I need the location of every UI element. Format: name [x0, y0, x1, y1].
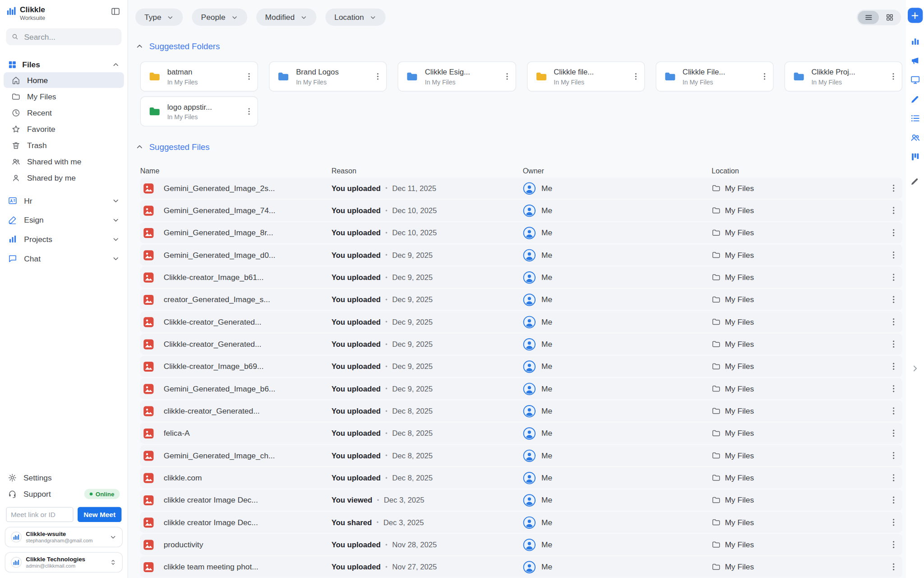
row-menu-button[interactable]: [888, 272, 899, 283]
file-row[interactable]: productivity You uploaded • Nov 28, 2025…: [140, 534, 902, 555]
row-menu-button[interactable]: [888, 205, 899, 216]
filter-chip-people[interactable]: People: [192, 9, 247, 26]
file-row[interactable]: Clikkle-creator_Generated... You uploade…: [140, 311, 902, 332]
meet-link-input[interactable]: [6, 507, 73, 522]
row-menu-button[interactable]: [888, 228, 899, 238]
megaphone-icon[interactable]: [910, 56, 920, 66]
folder-card-clikkle-proj[interactable]: Clikkle Proj... In My Files: [784, 61, 902, 92]
row-menu-button[interactable]: [888, 450, 899, 461]
folder-card-clikkle-file[interactable]: Clikkle file... In My Files: [527, 61, 645, 92]
chart-icon[interactable]: [910, 36, 920, 47]
row-menu-button[interactable]: [888, 473, 899, 483]
monitor-icon[interactable]: [910, 75, 920, 85]
file-row[interactable]: Gemini_Generated_Image_2s... You uploade…: [140, 177, 902, 199]
folder-card-clikkle-file[interactable]: Clikkle File... In My Files: [656, 61, 774, 92]
grid-view-button[interactable]: [879, 11, 900, 24]
file-row[interactable]: creator_Generated_Image_s... You uploade…: [140, 289, 902, 310]
chevron-up-icon[interactable]: [112, 61, 120, 68]
file-row[interactable]: Clikkle-creator_Image_b69... You uploade…: [140, 356, 902, 377]
image-file-icon: [143, 338, 155, 350]
sidebar-item-support[interactable]: Support Online: [0, 486, 128, 502]
sidebar-item-shared-with-me[interactable]: Shared with me: [4, 154, 124, 169]
row-menu-button[interactable]: [888, 250, 899, 260]
search-box[interactable]: [6, 28, 121, 45]
folder-card-logo-appstir[interactable]: logo appstir... In My Files: [140, 96, 259, 126]
file-date: Dec 8, 2025: [392, 407, 433, 415]
sidebar-item-my-files[interactable]: My Files: [4, 89, 124, 104]
file-name: clikkle team meeting phot...: [164, 562, 263, 571]
account-card-org[interactable]: Clikkle Technologies admin@clikkmail.com: [5, 552, 123, 573]
sidebar-item-home[interactable]: Home: [4, 72, 124, 88]
new-meet-button[interactable]: New Meet: [78, 507, 121, 522]
folder-menu-button[interactable]: [373, 72, 383, 81]
folder-menu-button[interactable]: [245, 72, 254, 81]
files-section-header[interactable]: Files: [0, 57, 128, 72]
list-view-button[interactable]: [858, 11, 879, 24]
file-row[interactable]: clikkle team meeting phot... You uploade…: [140, 556, 902, 578]
file-row[interactable]: Clikkle-creator_Image_b61... You uploade…: [140, 267, 902, 288]
files-nav: Home My Files Recent Favorite Trash Shar…: [0, 72, 128, 186]
file-row[interactable]: Gemini_Generated_Image_d0... You uploade…: [140, 244, 902, 266]
file-row[interactable]: felica-A You uploaded • Dec 8, 2025 Me M…: [140, 423, 902, 444]
row-menu-button[interactable]: [888, 317, 899, 327]
sidebar-toggle-icon[interactable]: [111, 7, 120, 16]
row-menu-button[interactable]: [888, 361, 899, 372]
add-button[interactable]: [907, 8, 922, 23]
file-row[interactable]: clikkle creator Image Dec... You shared …: [140, 512, 902, 533]
pencil-icon[interactable]: [910, 177, 919, 186]
row-menu-button[interactable]: [888, 383, 899, 394]
expand-panel-chevron-icon[interactable]: [910, 364, 919, 373]
row-menu-button[interactable]: [888, 339, 899, 350]
sidebar-module-esign[interactable]: Esign: [0, 210, 128, 229]
row-menu-button[interactable]: [888, 495, 899, 505]
filter-chip-type[interactable]: Type: [135, 9, 183, 26]
sidebar-item-recent[interactable]: Recent: [4, 105, 124, 121]
file-row[interactable]: Gemini_Generated_Image_ch... You uploade…: [140, 445, 902, 466]
folder-menu-button[interactable]: [888, 72, 898, 81]
columns-icon[interactable]: [910, 152, 920, 162]
folder-menu-button[interactable]: [502, 72, 512, 81]
list-icon[interactable]: [910, 113, 920, 124]
row-menu-button[interactable]: [888, 540, 899, 550]
suggested-files-header[interactable]: Suggested Files: [135, 141, 906, 152]
pen-icon[interactable]: [910, 94, 920, 104]
folder-menu-button[interactable]: [245, 107, 254, 116]
account-card-primary[interactable]: Clikkle-wsuite stephandgraham@gmail.com: [5, 527, 123, 547]
sidebar-module-chat[interactable]: Chat: [0, 249, 128, 268]
sidebar-module-projects[interactable]: Projects: [0, 229, 128, 249]
file-location: My Files: [725, 317, 754, 326]
suggested-folders-header[interactable]: Suggested Folders: [135, 41, 906, 52]
row-menu-button[interactable]: [888, 406, 899, 416]
sidebar-module-hr[interactable]: Hr: [0, 191, 128, 210]
users-icon[interactable]: [910, 132, 920, 143]
folder-menu-button[interactable]: [760, 72, 769, 81]
file-row[interactable]: clikkle creator Image Dec... You viewed …: [140, 489, 902, 511]
sidebar-item-settings[interactable]: Settings: [0, 470, 128, 486]
filter-chip-location[interactable]: Location: [325, 9, 386, 26]
file-row[interactable]: clikkle-creator_Generated... You uploade…: [140, 401, 902, 422]
chat-icon: [8, 253, 17, 263]
file-row[interactable]: clikkle.com You uploaded • Dec 8, 2025 M…: [140, 467, 902, 489]
sidebar-item-favorite[interactable]: Favorite: [4, 121, 124, 137]
row-menu-button[interactable]: [888, 183, 899, 193]
folder-card-brand-logos[interactable]: Brand Logos In My Files: [269, 61, 387, 92]
sidebar-item-label: Recent: [27, 108, 52, 117]
file-row[interactable]: Gemini_Generated_Image_8r... You uploade…: [140, 222, 902, 243]
row-menu-button[interactable]: [888, 428, 899, 438]
row-menu-button[interactable]: [888, 562, 899, 572]
unfold-icon[interactable]: [110, 559, 117, 566]
folder-menu-button[interactable]: [631, 72, 640, 81]
folder-card-batman[interactable]: batman In My Files: [140, 61, 259, 92]
search-input[interactable]: [23, 32, 116, 42]
filter-chip-modified[interactable]: Modified: [256, 9, 317, 26]
file-row[interactable]: Gemini_Generated_Image_74... You uploade…: [140, 200, 902, 221]
folder-card-clikkle-esig[interactable]: Clikkle Esig... In My Files: [398, 61, 516, 92]
row-menu-button[interactable]: [888, 294, 899, 305]
file-row[interactable]: Gemini_Generated_Image_b6... You uploade…: [140, 378, 902, 399]
sidebar-item-trash[interactable]: Trash: [4, 137, 124, 153]
file-row[interactable]: Clikkle-creator_Generated... You uploade…: [140, 334, 902, 355]
sidebar-item-shared-by-me[interactable]: Shared by me: [4, 170, 124, 186]
chevron-down-icon[interactable]: [110, 533, 117, 541]
chevron-down-icon: [231, 14, 238, 21]
row-menu-button[interactable]: [888, 517, 899, 527]
